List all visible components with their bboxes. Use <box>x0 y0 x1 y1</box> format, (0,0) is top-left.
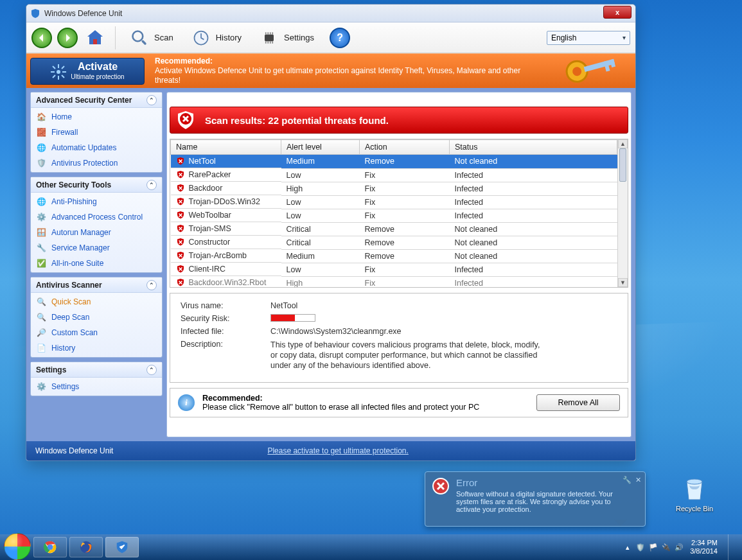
table-header-row[interactable]: Name Alert level Action Status <box>171 140 617 155</box>
col-name[interactable]: Name <box>171 140 281 155</box>
titlebar[interactable]: Windows Defence Unit x <box>26 4 635 22</box>
sidebar-item-history[interactable]: 📄History <box>31 340 162 356</box>
taskbar-app-defence[interactable] <box>105 537 139 557</box>
table-row[interactable]: WebToolbarLowFixInfected <box>171 209 617 222</box>
activate-button[interactable]: Activate Ultimate protection <box>30 58 145 85</box>
home-icon: 🏠 <box>36 112 46 122</box>
col-alert[interactable]: Alert level <box>281 140 360 155</box>
table-row[interactable]: ConstructorCriticalRemoveNot cleaned <box>171 236 617 249</box>
tray-volume-icon[interactable]: 🔊 <box>675 543 684 552</box>
tray-chevron-up-icon[interactable]: ▴ <box>626 543 630 552</box>
balloon-text: Error Software without a digital signatu… <box>456 477 630 521</box>
nav-home-button[interactable] <box>83 27 107 49</box>
start-button[interactable] <box>4 533 31 560</box>
tray-clock[interactable]: 2:34 PM 3/8/2014 <box>690 539 718 556</box>
sidebar-item-service[interactable]: 🔧Service Manager <box>31 240 162 256</box>
sidebar-item-updates[interactable]: 🌐Automatic Updates <box>31 140 162 155</box>
window-footer: Windows Defence Unit Please activate to … <box>26 441 635 460</box>
col-status[interactable]: Status <box>450 140 617 155</box>
nav-forward-button[interactable] <box>57 28 78 48</box>
panel-ost-header[interactable]: Other Security Tools ⌃ <box>31 177 162 193</box>
sidebar-item-process[interactable]: ⚙️Advanced Process Control <box>31 209 162 225</box>
cell-status: Not cleaned <box>450 222 617 236</box>
table-row[interactable]: Client-IRCLowFixInfected <box>171 263 617 276</box>
sidebar-item-customscan[interactable]: 🔎Custom Scan <box>31 325 162 340</box>
panel-asc-title: Advanced Security Center <box>36 96 132 105</box>
sidebar-item-autorun[interactable]: 🪟Autorun Manager <box>31 225 162 240</box>
error-icon <box>432 477 450 495</box>
sidebar-item-label: Service Manager <box>51 243 110 252</box>
scroll-thumb[interactable] <box>619 148 626 182</box>
app-icon <box>30 8 40 19</box>
svg-point-5 <box>57 70 60 74</box>
table-row[interactable]: Trojan-SMSCriticalRemoveNot cleaned <box>171 222 617 236</box>
remove-all-button[interactable]: Remove All <box>536 394 620 411</box>
sidebar-item-settings[interactable]: ⚙️Settings <box>31 379 162 394</box>
language-dropdown[interactable]: English <box>547 31 630 45</box>
tray-power-icon[interactable]: 🔌 <box>662 543 671 552</box>
sidebar-item-firewall[interactable]: 🧱Firewall <box>31 125 162 140</box>
collapse-icon[interactable]: ⌃ <box>146 280 157 290</box>
tool-history[interactable]: History <box>185 26 248 50</box>
balloon-close-icon[interactable]: ✕ <box>635 476 641 484</box>
show-desktop-button[interactable] <box>728 534 736 560</box>
panel-asc-header[interactable]: Advanced Security Center ⌃ <box>31 92 162 108</box>
threat-table[interactable]: Name Alert level Action Status NetToolMe… <box>170 139 617 288</box>
sidebar-item-suite[interactable]: ✅All-in-one Suite <box>31 256 162 271</box>
cell-name: Trojan-SMS <box>189 224 231 233</box>
threat-icon <box>176 278 185 287</box>
tool-scan[interactable]: Scan <box>123 26 180 50</box>
col-action[interactable]: Action <box>360 140 450 155</box>
help-button[interactable]: ? <box>330 28 350 48</box>
doc-icon: 📄 <box>36 343 46 353</box>
close-button[interactable]: x <box>603 6 632 19</box>
footer-activate-link[interactable]: Please activate to get ultimate protecti… <box>267 446 408 455</box>
balloon-controls: 🔧 ✕ <box>623 476 641 484</box>
system-tray: ▴ 🛡️ 🏳️ 🔌 🔊 2:34 PM 3/8/2014 <box>626 534 738 560</box>
table-row[interactable]: Backdoor.Win32.RbotHighFixInfected <box>171 276 617 288</box>
scroll-up-arrow[interactable]: ▲ <box>618 139 628 148</box>
table-row[interactable]: BackdoorHighFixInfected <box>171 182 617 195</box>
collapse-icon[interactable]: ⌃ <box>146 365 157 375</box>
sidebar-item-home[interactable]: 🏠Home <box>31 109 162 125</box>
panel-avs-body: 🔍Quick Scan 🔍Deep Scan 🔎Custom Scan 📄His… <box>31 293 162 357</box>
recommendation-bar: i Recommended: Please click "Remove all"… <box>170 388 628 417</box>
sidebar-item-deepscan[interactable]: 🔍Deep Scan <box>31 310 162 325</box>
sidebar-item-quickscan[interactable]: 🔍Quick Scan <box>31 294 162 310</box>
table-scrollbar[interactable]: ▲ ▼ <box>617 139 628 287</box>
info-icon: i <box>178 394 195 411</box>
magnifier-icon <box>130 28 149 48</box>
cell-status: Infected <box>450 276 617 288</box>
tray-flag-icon[interactable]: 🏳️ <box>649 543 658 552</box>
desktop-recycle-bin[interactable]: Recycle Bin <box>670 474 719 512</box>
reco-title: Recommended: <box>202 394 263 403</box>
collapse-icon[interactable]: ⌃ <box>146 180 157 190</box>
tray-security-icon[interactable]: 🛡️ <box>636 543 645 552</box>
balloon-title: Error <box>456 477 630 488</box>
sidebar-item-antivirus[interactable]: 🛡️Antivirus Protection <box>31 155 162 171</box>
shield-icon: 🛡️ <box>36 158 46 168</box>
table-row[interactable]: Trojan-DDoS.Win32LowFixInfected <box>171 195 617 209</box>
scroll-down-arrow[interactable]: ▼ <box>618 278 628 287</box>
balloon-options-icon[interactable]: 🔧 <box>623 476 632 484</box>
tray-balloon[interactable]: Error Software without a digital signatu… <box>425 471 646 527</box>
table-row[interactable]: RarePackerLowFixInfected <box>171 168 617 182</box>
taskbar-app-firefox[interactable] <box>69 537 103 557</box>
footer-brand: Windows Defence Unit <box>35 446 113 455</box>
taskbar[interactable]: ▴ 🛡️ 🏳️ 🔌 🔊 2:34 PM 3/8/2014 <box>0 534 742 560</box>
cell-status: Infected <box>450 263 617 276</box>
svg-point-13 <box>687 479 702 484</box>
collapse-icon[interactable]: ⌃ <box>146 95 157 105</box>
threat-icon <box>176 238 185 247</box>
nav-back-button[interactable] <box>31 28 52 48</box>
svg-rect-4 <box>265 34 274 41</box>
svg-point-1 <box>133 31 143 41</box>
table-row[interactable]: NetToolMediumRemoveNot cleaned <box>171 155 617 169</box>
sidebar-item-antiphishing[interactable]: 🌐Anti-Phishing <box>31 194 162 209</box>
firewall-icon: 🧱 <box>36 127 46 137</box>
panel-settings-header[interactable]: Settings ⌃ <box>31 362 162 378</box>
taskbar-app-chrome[interactable] <box>33 537 67 557</box>
panel-avs-header[interactable]: Antivirus Scanner ⌃ <box>31 277 162 293</box>
tool-settings[interactable]: Settings <box>253 26 321 50</box>
table-row[interactable]: Trojan-ArcBombMediumRemoveNot cleaned <box>171 249 617 263</box>
